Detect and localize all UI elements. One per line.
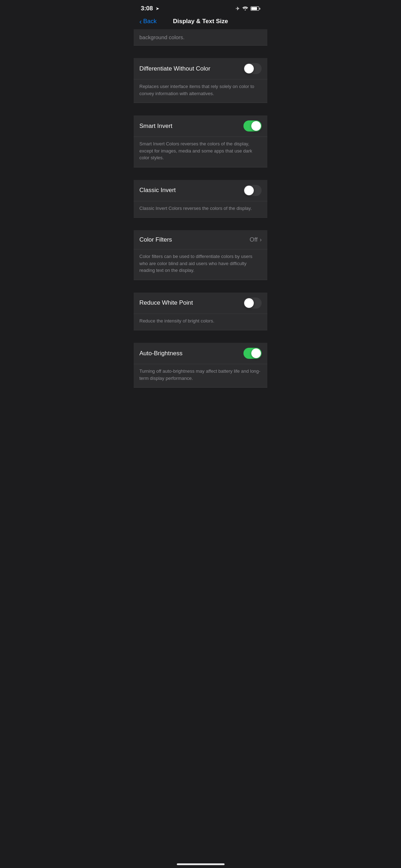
nav-bar: ‹ Back Display & Text Size — [134, 15, 267, 29]
reduce-white-point-desc-text: Reduce the intensity of bright colors. — [139, 318, 214, 324]
toggle-knob — [244, 64, 254, 73]
color-filters-value-area: Off › — [250, 236, 262, 243]
settings-content: background colors. Differentiate Without… — [134, 29, 267, 402]
differentiate-without-color-toggle[interactable] — [243, 63, 262, 74]
section-gap-2 — [134, 103, 267, 115]
battery-icon — [251, 6, 260, 11]
section-gap-6 — [134, 330, 267, 343]
toggle-knob — [251, 121, 261, 131]
reduce-white-point-label: Reduce White Point — [139, 299, 193, 306]
color-filters-label: Color Filters — [139, 236, 172, 243]
smart-invert-desc-text: Smart Invert Colors reverses the colors … — [139, 141, 252, 160]
color-filters-description: Color filters can be used to differentia… — [134, 249, 267, 280]
status-bar: 3:08 ➤ ✈ — [134, 0, 267, 15]
bottom-spacer — [134, 388, 267, 402]
smart-invert-label: Smart Invert — [139, 123, 173, 130]
differentiate-without-color-desc-text: Replaces user interface items that rely … — [139, 84, 254, 96]
setting-row-differentiate-without-color: Differentiate Without Color — [134, 58, 267, 79]
airplane-icon: ✈ — [236, 6, 240, 11]
auto-brightness-label: Auto-Brightness — [139, 350, 182, 357]
location-icon: ➤ — [156, 6, 159, 11]
back-label: Back — [143, 18, 157, 25]
setting-row-smart-invert: Smart Invert — [134, 115, 267, 137]
setting-row-reduce-white-point: Reduce White Point — [134, 293, 267, 314]
status-time: 3:08 ➤ — [141, 5, 159, 12]
setting-row-color-filters[interactable]: Color Filters Off › — [134, 230, 267, 249]
wifi-icon — [242, 6, 248, 11]
toggle-knob — [244, 298, 254, 308]
color-filters-value: Off — [250, 236, 257, 243]
time-display: 3:08 — [141, 5, 153, 12]
smart-invert-toggle[interactable] — [243, 120, 262, 131]
differentiate-without-color-label: Differentiate Without Color — [139, 65, 210, 72]
setting-row-classic-invert: Classic Invert — [134, 180, 267, 201]
smart-invert-description: Smart Invert Colors reverses the colors … — [134, 137, 267, 167]
classic-invert-toggle[interactable] — [243, 185, 262, 196]
reduce-white-point-description: Reduce the intensity of bright colors. — [134, 314, 267, 331]
auto-brightness-toggle[interactable] — [243, 348, 262, 359]
reduce-white-point-toggle[interactable] — [243, 298, 262, 309]
section-gap-3 — [134, 167, 267, 180]
section-gap-1 — [134, 46, 267, 58]
classic-invert-label: Classic Invert — [139, 187, 176, 194]
color-filters-desc-text: Color filters can be used to differentia… — [139, 254, 252, 273]
setting-row-auto-brightness: Auto-Brightness — [134, 343, 267, 364]
back-chevron-icon: ‹ — [139, 18, 142, 25]
chevron-right-icon: › — [260, 237, 262, 243]
auto-brightness-desc-text: Turning off auto-brightness may affect b… — [139, 368, 260, 381]
classic-invert-desc-text: Classic Invert Colors reverses the color… — [139, 206, 252, 211]
toggle-knob — [244, 186, 254, 195]
partial-text: background colors. — [139, 34, 185, 40]
auto-brightness-description: Turning off auto-brightness may affect b… — [134, 364, 267, 388]
toggle-knob — [251, 348, 261, 358]
section-gap-5 — [134, 280, 267, 293]
back-button[interactable]: ‹ Back — [139, 18, 156, 25]
page-title: Display & Text Size — [173, 18, 228, 25]
status-icons: ✈ — [236, 6, 260, 11]
partial-description: background colors. — [134, 29, 267, 46]
section-gap-4 — [134, 218, 267, 230]
differentiate-without-color-description: Replaces user interface items that rely … — [134, 79, 267, 103]
classic-invert-description: Classic Invert Colors reverses the color… — [134, 201, 267, 218]
